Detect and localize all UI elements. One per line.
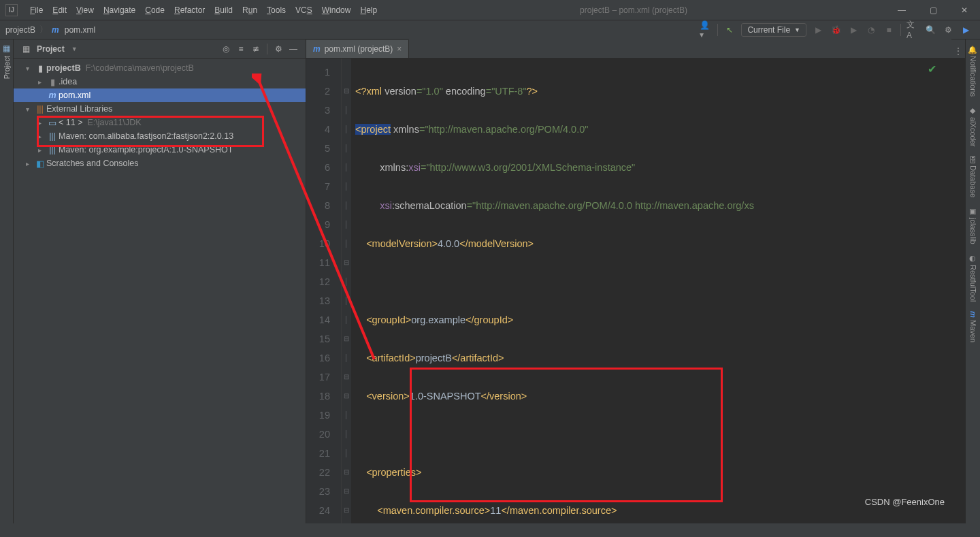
translate-icon[interactable]: 文A [906,24,919,36]
ai-icon: ◆ [968,106,977,115]
titlebar: IJ File Edit View Navigate Code Refactor… [0,0,980,20]
folder-icon: ▦ [3,44,10,53]
watermark: CSDN @FeenixOne [865,497,945,507]
tree-maven-lib-1[interactable]: ▸|||Maven: com.alibaba.fastjson2:fastjso… [14,129,306,143]
tree-idea-folder[interactable]: ▸▮.idea [14,75,306,88]
hide-icon[interactable]: — [287,42,300,56]
minimize-button[interactable]: — [886,0,917,20]
rest-icon: ◐ [968,254,977,263]
debug-icon[interactable]: 🐞 [830,24,842,36]
class-icon: ▣ [968,207,977,216]
project-panel: ▦ Project ▼ ◎ ≡ ≢ ⚙ — ▾▮projectB F:\code… [14,39,306,523]
inspection-ok-icon[interactable]: ✔ [928,63,936,76]
tool-aixcoder[interactable]: ◆aiXcoder [968,106,977,146]
tree-external-libs[interactable]: ▾|||External Libraries [14,102,306,116]
tool-maven[interactable]: mMaven [969,311,977,342]
tabs-more-icon[interactable]: ⋮ [951,44,965,58]
library-icon: ||| [46,145,59,154]
main-menu: File Edit View Navigate Code Refactor Bu… [26,3,381,18]
search-icon[interactable]: 🔍 [924,24,936,36]
code-content[interactable]: <?xml version="1.0" encoding="UTF-8"?> <… [351,59,965,523]
editor-tabs: m pom.xml (projectB) × ⋮ [306,39,965,59]
menu-help[interactable]: Help [356,3,381,18]
window-title: projectB – pom.xml (projectB) [381,5,886,15]
tab-pom[interactable]: m pom.xml (projectB) × [306,40,409,58]
maven-icon: m [52,25,59,35]
folder-icon: ▮ [34,63,46,74]
collapse-icon[interactable]: ≢ [249,42,263,56]
tree-scratches[interactable]: ▸◧Scratches and Consoles [14,157,306,170]
brand-icon[interactable]: ▶ [960,24,972,36]
run-config-select[interactable]: Current File▼ [741,23,806,37]
tree-pom-file[interactable]: mpom.xml [14,88,306,102]
menu-window[interactable]: Window [318,3,355,18]
profiler-icon[interactable]: ◔ [865,24,877,36]
menu-build[interactable]: Build [210,3,237,18]
user-icon[interactable]: 👤▾ [700,24,712,36]
maven-icon: m [969,311,977,318]
maven-icon: m [46,91,59,100]
tool-notifications[interactable]: 🔔Notifications [968,45,977,97]
maven-icon: m [313,44,321,54]
main-area: ▦ Project ▦ Project ▼ ◎ ≡ ≢ ⚙ — ▾▮projec… [0,39,980,523]
menu-run[interactable]: Run [238,3,261,18]
tree-project-root[interactable]: ▾▮projectB F:\code\mca\maven\projectB [14,61,306,75]
settings-icon[interactable]: ⚙ [942,24,954,36]
gear-icon[interactable]: ⚙ [272,42,285,56]
project-tree[interactable]: ▾▮projectB F:\code\mca\maven\projectB ▸▮… [14,59,306,173]
panel-icon: ▦ [19,42,33,56]
menu-view[interactable]: View [72,3,98,18]
app-logo: IJ [5,4,18,16]
locate-icon[interactable]: ◎ [219,42,233,56]
crumb-project[interactable]: projectB [5,25,35,35]
editor-area: m pom.xml (projectB) × ⋮ 123456789101112… [306,39,965,523]
code-editor[interactable]: 123456789101112131415161718192021222324 … [306,59,965,523]
tab-label: pom.xml (projectB) [325,44,393,54]
project-tool-button[interactable]: ▦ Project [3,44,11,79]
close-tab-icon[interactable]: × [397,44,402,54]
left-tool-strip: ▦ Project [0,39,14,523]
toolbar: 👤▾ ↖ Current File▼ ▶ 🐞 ▶ ◔ ■ 文A 🔍 ⚙ ▶ [700,23,972,37]
menu-refactor[interactable]: Refactor [170,3,209,18]
tree-maven-lib-2[interactable]: ▸|||Maven: org.example:projectA:1.0-SNAP… [14,143,306,157]
build-hammer-icon[interactable]: ↖ [723,24,736,36]
nav-bar: projectB 〉 m pom.xml 👤▾ ↖ Current File▼ … [0,20,980,39]
maximize-button[interactable]: ▢ [917,0,949,20]
tree-jdk[interactable]: ▸▭< 11 > E:\java11\JDK [14,116,306,129]
library-icon: ||| [46,131,59,141]
fold-column[interactable]: ⊟││││││││⊟│││⊟│⊟⊟│││⊟⊟⊟ [342,59,351,523]
bell-icon: 🔔 [968,45,977,54]
stop-icon[interactable]: ■ [883,24,895,36]
breadcrumb: projectB 〉 m pom.xml [5,24,95,35]
database-icon: 🗄 [969,156,977,163]
scratch-icon: ◧ [34,159,46,169]
expand-icon[interactable]: ≡ [234,42,248,56]
tool-database[interactable]: 🗄Database [969,156,977,197]
run-icon[interactable]: ▶ [812,24,824,36]
menu-navigate[interactable]: Navigate [99,3,140,18]
close-button[interactable]: ✕ [949,0,980,20]
status-bar [0,523,980,537]
folder-icon: ▮ [46,77,59,87]
jdk-icon: ▭ [46,118,59,128]
menu-code[interactable]: Code [141,3,169,18]
libraries-icon: ||| [34,104,46,114]
chevron-down-icon: ▼ [794,27,800,33]
menu-vcs[interactable]: VCS [291,3,316,18]
menu-tools[interactable]: Tools [263,3,290,18]
panel-title: Project [37,44,65,54]
coverage-icon[interactable]: ▶ [847,24,860,36]
chevron-down-icon[interactable]: ▼ [71,46,78,52]
tool-restful[interactable]: ◐RestfulTool [968,254,977,302]
crumb-file[interactable]: pom.xml [65,25,95,35]
window-controls: — ▢ ✕ [886,0,980,20]
right-tool-strip: 🔔Notifications ◆aiXcoder 🗄Database ▣jcla… [965,39,980,523]
line-gutter: 123456789101112131415161718192021222324 [306,59,342,523]
tool-jclasslib[interactable]: ▣jclasslib [968,207,977,244]
chevron-right-icon: 〉 [39,24,48,35]
menu-file[interactable]: File [26,3,47,18]
menu-edit[interactable]: Edit [48,3,71,18]
project-panel-header: ▦ Project ▼ ◎ ≡ ≢ ⚙ — [14,39,306,59]
